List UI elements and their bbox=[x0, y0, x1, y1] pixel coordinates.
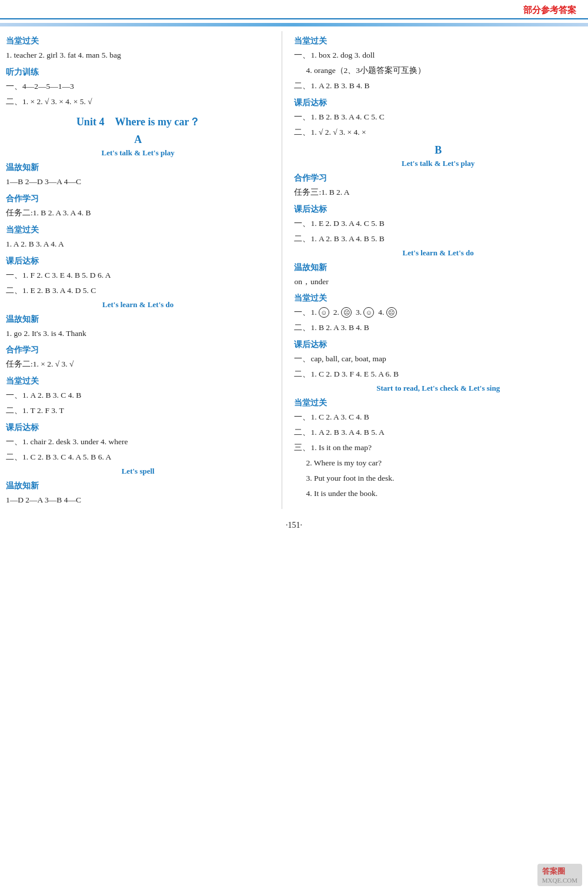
page-header: 部分参考答案 bbox=[0, 0, 588, 19]
left-s11-line1: 一、1. chair 2. desk 3. under 4. where bbox=[6, 435, 270, 449]
left-s8-title: 温故知新 bbox=[6, 314, 270, 325]
right-column: 当堂过关 一、1. box 2. dog 3. doll 4. orange（2… bbox=[282, 31, 582, 509]
left-s3-line1: 1—B 2—D 3—A 4—C bbox=[6, 175, 270, 189]
left-s4-line1: 任务二:1. B 2. A 3. A 4. B bbox=[6, 207, 270, 220]
left-s4-title: 合作学习 bbox=[6, 194, 270, 204]
right-r11-line3: 三、1. Is it on the map? bbox=[294, 441, 582, 455]
left-s9-line1: 任务二:1. × 2. √ 3. √ bbox=[6, 358, 270, 371]
right-r11-line1: 一、1. C 2. A 3. C 4. B bbox=[294, 411, 582, 424]
page-number: ·151· bbox=[286, 521, 302, 530]
left-s8-line1: 1. go 2. It's 3. is 4. Thank bbox=[6, 327, 270, 341]
unit-title: Unit 4 Where is my car？ bbox=[6, 115, 270, 129]
left-s10-line1: 一、1. A 2. B 3. C 4. B bbox=[6, 389, 270, 402]
left-s2-title: 听力训练 bbox=[6, 67, 270, 78]
right-r9-title: 课后达标 bbox=[294, 340, 582, 350]
right-r1-title: 当堂过关 bbox=[294, 36, 582, 46]
left-s6-line2: 二、1. E 2. B 3. A 4. D 5. C bbox=[6, 284, 270, 298]
left-s13-title: 温故知新 bbox=[6, 481, 270, 491]
right-r5-title: 课后达标 bbox=[294, 204, 582, 215]
sub-section-talk-play-1: Let's talk & Let's play bbox=[6, 148, 270, 158]
right-r11-title: 当堂过关 bbox=[294, 398, 582, 408]
right-r11-line4: 2. Where is my toy car? bbox=[306, 457, 582, 470]
right-r11-line2: 二、1. A 2. B 3. A 4. B 5. A bbox=[294, 426, 582, 440]
right-r4-line1: 任务三:1. B 2. A bbox=[294, 186, 582, 199]
left-s13-line1: 1—D 2—A 3—B 4—C bbox=[6, 494, 270, 507]
smiley-1: ☺ bbox=[319, 307, 329, 318]
left-s2-line1: 一、4—2—5—1—3 bbox=[6, 80, 270, 94]
left-s5-title: 当堂过关 bbox=[6, 225, 270, 235]
watermark-line1: 答案圈 bbox=[542, 866, 577, 877]
right-r11-line6: 4. It is under the book. bbox=[306, 487, 582, 501]
right-r5-line2: 二、1. A 2. B 3. A 4. B 5. B bbox=[294, 232, 582, 246]
sub-section-start-read: Start to read, Let's check & Let's sing bbox=[294, 384, 582, 393]
watermark: 答案圈 MXQE.COM bbox=[537, 864, 582, 886]
right-r7-line1: on，under bbox=[294, 275, 582, 289]
letter-b: B bbox=[294, 144, 582, 157]
letter-a: A bbox=[6, 134, 270, 146]
left-s10-title: 当堂过关 bbox=[6, 376, 270, 387]
left-s5-line1: 1. A 2. B 3. A 4. A bbox=[6, 238, 270, 251]
right-r1-line2: 4. orange（2、3小题答案可互换） bbox=[306, 64, 582, 78]
left-s1-title: 当堂过关 bbox=[6, 36, 270, 46]
right-r8-title: 当堂过关 bbox=[294, 293, 582, 304]
smiley-2: ☹ bbox=[341, 307, 352, 318]
right-r2-line2: 二、1. √ 2. √ 3. × 4. × bbox=[294, 126, 582, 139]
left-s10-line2: 二、1. T 2. F 3. T bbox=[6, 404, 270, 418]
right-r8-smiley: 一、1. ☺ 2. ☹ 3. ☺ 4. ☹ bbox=[294, 306, 582, 319]
right-r11-line5: 3. Put your foot in the desk. bbox=[306, 472, 582, 485]
sub-section-learn-do-1: Let's learn & Let's do bbox=[6, 300, 270, 309]
smiley-3: ☺ bbox=[363, 307, 374, 318]
right-r5-line1: 一、1. E 2. D 3. A 4. C 5. B bbox=[294, 217, 582, 231]
left-s9-title: 合作学习 bbox=[6, 345, 270, 355]
sub-section-talk-play-2: Let's talk & Let's play bbox=[294, 159, 582, 168]
left-s6-title: 课后达标 bbox=[6, 256, 270, 267]
top-bar bbox=[0, 23, 588, 26]
sub-section-spell: Let's spell bbox=[6, 467, 270, 476]
left-s3-title: 温故知新 bbox=[6, 162, 270, 173]
sub-section-learn-do-2: Let's learn & Let's do bbox=[294, 248, 582, 258]
left-s6-line1: 一、1. F 2. C 3. E 4. B 5. D 6. A bbox=[6, 269, 270, 282]
right-r9-line1: 一、cap, ball, car, boat, map bbox=[294, 352, 582, 366]
right-r1-line3: 二、1. A 2. B 3. B 4. B bbox=[294, 79, 582, 93]
left-s11-line2: 二、1. C 2. B 3. C 4. A 5. B 6. A bbox=[6, 451, 270, 464]
right-r4-title: 合作学习 bbox=[294, 173, 582, 184]
smiley-4: ☹ bbox=[386, 307, 397, 318]
right-r8-line2: 二、1. B 2. A 3. B 4. B bbox=[294, 321, 582, 335]
header-title: 部分参考答案 bbox=[523, 5, 576, 16]
right-r7-title: 温故知新 bbox=[294, 262, 582, 273]
page-footer: ·151· bbox=[0, 521, 588, 530]
watermark-line2: MXQE.COM bbox=[542, 877, 577, 884]
right-r9-line2: 二、1. C 2. D 3. F 4. E 5. A 6. B bbox=[294, 368, 582, 381]
right-r2-line1: 一、1. B 2. B 3. A 4. C 5. C bbox=[294, 111, 582, 124]
left-s2-line2: 二、1. × 2. √ 3. × 4. × 5. √ bbox=[6, 95, 270, 109]
left-s1-line1: 1. teacher 2. girl 3. fat 4. man 5. bag bbox=[6, 49, 270, 62]
left-s11-title: 课后达标 bbox=[6, 422, 270, 433]
right-r1-line1: 一、1. box 2. dog 3. doll bbox=[294, 49, 582, 62]
right-r2-title: 课后达标 bbox=[294, 98, 582, 108]
left-column: 当堂过关 1. teacher 2. girl 3. fat 4. man 5.… bbox=[6, 31, 282, 509]
content-area: 当堂过关 1. teacher 2. girl 3. fat 4. man 5.… bbox=[0, 31, 588, 509]
